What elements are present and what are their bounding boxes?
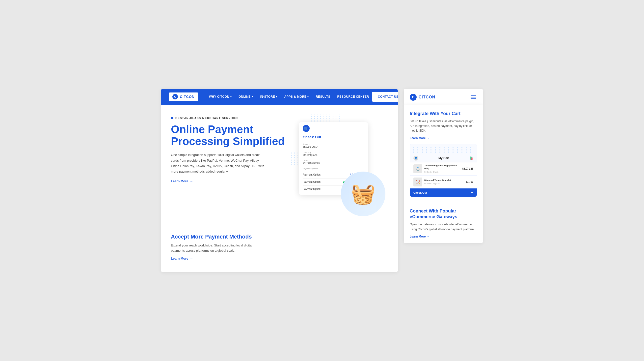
hero-visual: for(let i=0;i<80;i++) document.write('<d… bbox=[284, 112, 388, 216]
venmo-label: Payment Option: bbox=[303, 188, 321, 190]
chevron-down-icon: ▾ bbox=[308, 96, 309, 98]
accept-title: Accept More Payment Methods bbox=[171, 234, 388, 240]
cart-item-ring: 💍 Tapered Baguette Engagement Ring In St… bbox=[410, 162, 477, 175]
accept-learn-more-link[interactable]: Learn More → bbox=[171, 257, 388, 260]
arrow-right-icon: → bbox=[427, 136, 430, 140]
nav-links: WHY CITCON ▾ ONLINE ▾ IN-STORE ▾ APPS & … bbox=[206, 93, 372, 100]
cart-header-label: My Cart bbox=[438, 156, 449, 160]
badge-dot bbox=[171, 117, 174, 119]
sidebar-logo-text: CITCON bbox=[418, 95, 435, 99]
grocery-basket: 🧺 bbox=[338, 162, 388, 216]
main-card: C CITCON WHY CITCON ▾ ONLINE ▾ IN-STORE … bbox=[161, 89, 398, 272]
sidebar-logo-icon: C bbox=[410, 94, 416, 101]
bracelet-image: 📿 bbox=[414, 178, 422, 186]
plus-icon: + bbox=[471, 190, 473, 195]
nav-logo[interactable]: C CITCON bbox=[169, 93, 198, 101]
connect-description: Open the gateway to cross-border eCommer… bbox=[410, 222, 477, 232]
contact-us-button[interactable]: CONTACT US → bbox=[372, 92, 398, 102]
hamburger-line-2 bbox=[470, 97, 476, 97]
nav-link-resource-center[interactable]: RESOURCE CENTER bbox=[334, 93, 372, 100]
sidebar-connect-section: Connect With Popular eCommerce Gateways … bbox=[404, 202, 483, 243]
integrate-learn-more-link[interactable]: Learn More → bbox=[410, 136, 477, 140]
hero-title: Online Payment Processing Simplified bbox=[171, 124, 295, 148]
amount-value: $52.00 USD bbox=[303, 145, 318, 148]
ring-info: Tapered Baguette Engagement Ring In Stoc… bbox=[424, 164, 460, 173]
ring-price: $3,071.25 bbox=[462, 167, 474, 170]
sidebar: C CITCON Integrate With Your Cart Set up… bbox=[404, 89, 483, 243]
hamburger-line-1 bbox=[470, 96, 476, 96]
bracelet-price: $1,760 bbox=[466, 181, 473, 183]
checkout-title: Check Out bbox=[299, 134, 368, 142]
company-value: Marketplace bbox=[303, 153, 318, 156]
basket-background: 🧺 bbox=[341, 172, 386, 216]
order-label: Order bbox=[303, 159, 320, 162]
amount-label: Amount bbox=[303, 143, 318, 145]
connect-learn-more-link[interactable]: Learn More → bbox=[410, 235, 477, 238]
wechat-label: Payment Option: bbox=[303, 181, 321, 183]
accept-description: Extend your reach worldwide. Start accep… bbox=[171, 243, 260, 253]
ring-meta: In Stock Qty: 1+ bbox=[424, 171, 460, 173]
citcon-logo-icon: C bbox=[172, 94, 178, 99]
hamburger-line-3 bbox=[470, 98, 476, 99]
bracelet-name: Diamond Tennis Bracelet bbox=[424, 179, 464, 182]
integrate-description: Set up takes just minutes via eCommerce … bbox=[410, 119, 477, 133]
user-icon: 👤 bbox=[414, 156, 418, 161]
ring-name: Tapered Baguette Engagement Ring bbox=[424, 164, 460, 170]
accept-section: Accept More Payment Methods Extend your … bbox=[161, 224, 398, 272]
nav-link-online[interactable]: ONLINE ▾ bbox=[236, 93, 256, 100]
cart-mockup: for(let i=0;i<56;i++) document.write('<d… bbox=[410, 144, 477, 197]
bracelet-info: Diamond Tennis Bracelet In Stock Qty: 1+ bbox=[424, 179, 464, 185]
nav-link-apps-more[interactable]: APPS & MORE ▾ bbox=[282, 93, 312, 100]
sidebar-logo: C CITCON bbox=[410, 94, 435, 101]
company-label: Company bbox=[303, 151, 318, 153]
hamburger-menu-button[interactable] bbox=[470, 95, 477, 100]
arrow-right-icon: → bbox=[190, 257, 193, 260]
chevron-down-icon: ▾ bbox=[276, 96, 278, 98]
sidebar-integrate-section: Integrate With Your Cart Set up takes ju… bbox=[404, 105, 483, 202]
chevron-down-icon: ▾ bbox=[230, 96, 232, 98]
hero-badge-label: BEST-IN-CLASS MERCHANT SERVICES bbox=[175, 117, 238, 120]
integrate-title: Integrate With Your Cart bbox=[410, 111, 477, 117]
navbar: C CITCON WHY CITCON ▾ ONLINE ▾ IN-STORE … bbox=[161, 89, 398, 105]
arrow-right-icon: → bbox=[427, 235, 430, 238]
sidebar-header: C CITCON bbox=[404, 89, 483, 105]
ring-image: 💍 bbox=[414, 164, 422, 173]
bracelet-meta: In Stock Qty: 1+ bbox=[424, 182, 464, 185]
cart-dots-pattern: for(let i=0;i<56;i++) document.write('<d… bbox=[410, 144, 477, 154]
cart-header-bar: 👤 My Cart 🛍️ bbox=[410, 154, 477, 162]
nav-logo-text: CITCON bbox=[180, 95, 195, 99]
cart-icon: 🛒 bbox=[303, 125, 310, 132]
checkout-company-row: Company Marketplace bbox=[299, 150, 368, 158]
cart-checkout-button[interactable]: Check Out + bbox=[410, 188, 477, 197]
nav-link-why-citcon[interactable]: WHY CITCON ▾ bbox=[206, 93, 235, 100]
checkout-amount-row: Amount $52.00 USD bbox=[299, 142, 368, 150]
connect-title: Connect With Popular eCommerce Gateways bbox=[410, 208, 477, 220]
nav-link-in-store[interactable]: IN-STORE ▾ bbox=[257, 93, 280, 100]
arrow-right-icon: → bbox=[190, 179, 193, 183]
chevron-down-icon: ▾ bbox=[252, 96, 253, 98]
alipay-label: Payment Option: bbox=[303, 173, 321, 176]
cart-item-bracelet: 📿 Diamond Tennis Bracelet In Stock Qty: … bbox=[410, 175, 477, 188]
order-value: u4473bfyj2l59fgh bbox=[303, 162, 320, 164]
hero-description: One simple integration supports 100+ dig… bbox=[171, 152, 265, 174]
sidebar-content: Integrate With Your Cart Set up takes ju… bbox=[404, 105, 483, 243]
hero-section: BEST-IN-CLASS MERCHANT SERVICES Online P… bbox=[161, 105, 398, 224]
basket-image: 🧺 bbox=[351, 182, 376, 206]
nav-link-results[interactable]: RESULTS bbox=[313, 93, 334, 100]
bag-icon: 🛍️ bbox=[470, 156, 473, 160]
